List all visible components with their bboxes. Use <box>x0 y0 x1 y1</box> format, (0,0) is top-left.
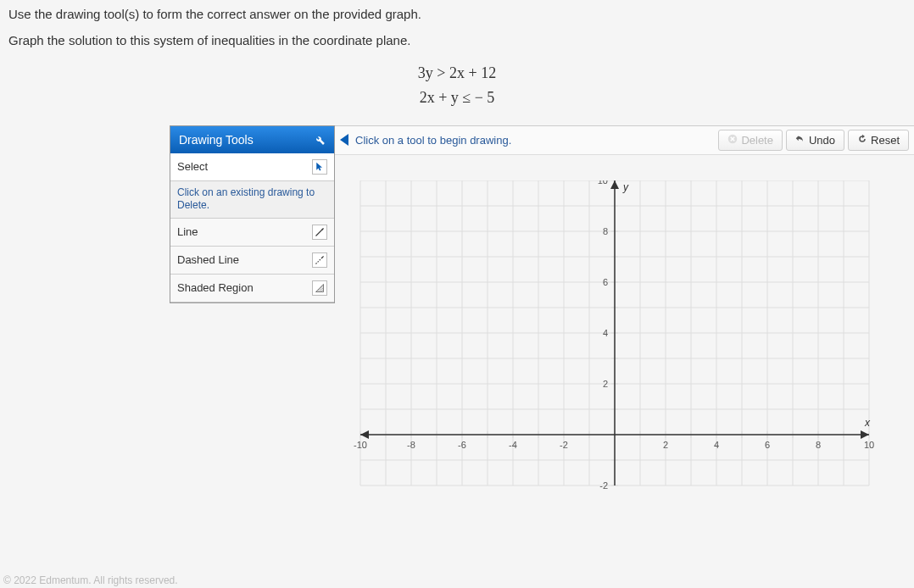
instruction-text: Use the drawing tool(s) to form the corr… <box>8 7 906 21</box>
svg-marker-76 <box>861 430 869 439</box>
graph-toolbar: Click on a tool to begin drawing. Delete… <box>335 126 914 155</box>
drawing-tools-panel: Drawing Tools Select Click on an existin… <box>170 125 335 303</box>
equation-2: 2x + y ≤ − 5 <box>8 86 906 110</box>
undo-label: Undo <box>809 134 835 147</box>
svg-text:6: 6 <box>603 277 608 287</box>
copyright-footer: © 2022 Edmentum. All rights reserved. <box>3 574 178 586</box>
tool-dashed-line[interactable]: Dashed Line <box>170 247 334 275</box>
tools-header: Drawing Tools <box>170 126 334 153</box>
svg-text:8: 8 <box>603 226 608 236</box>
svg-text:-6: -6 <box>458 440 466 450</box>
tick-labels: -10-8-6-4-2246810-2246810 <box>354 180 874 491</box>
svg-text:-8: -8 <box>407 440 415 450</box>
line-icon <box>312 225 327 240</box>
equation-1: 3y > 2x + 12 <box>8 61 906 86</box>
reset-button[interactable]: Reset <box>848 130 909 151</box>
svg-text:8: 8 <box>816 440 821 450</box>
undo-icon <box>795 134 805 147</box>
begin-drawing-hint: Click on a tool to begin drawing. <box>355 134 715 147</box>
tool-dashed-label: Dashed Line <box>177 253 239 266</box>
cursor-icon <box>312 159 327 175</box>
graph-area: Click on a tool to begin drawing. Delete… <box>335 125 914 519</box>
svg-text:-2: -2 <box>599 480 608 491</box>
tool-shaded-label: Shaded Region <box>177 281 254 294</box>
tool-line-label: Line <box>177 225 198 238</box>
svg-text:-10: -10 <box>354 440 367 450</box>
undo-button[interactable]: Undo <box>786 130 844 151</box>
svg-text:4: 4 <box>714 440 719 450</box>
svg-marker-5 <box>316 284 324 291</box>
svg-text:2: 2 <box>663 440 668 450</box>
equations-block: 3y > 2x + 12 2x + y ≤ − 5 <box>8 61 906 110</box>
svg-text:-4: -4 <box>509 440 517 450</box>
delete-icon <box>727 134 738 147</box>
delete-label: Delete <box>741 134 773 147</box>
svg-marker-79 <box>610 180 619 189</box>
tool-select-label: Select <box>177 160 208 173</box>
prompt-text: Graph the solution to this system of ine… <box>8 33 906 47</box>
tool-hint-delete: Click on an existing drawing to Delete. <box>170 181 334 219</box>
svg-text:10: 10 <box>598 180 608 186</box>
y-axis-label: y <box>622 181 629 193</box>
svg-text:-2: -2 <box>560 440 568 450</box>
wrench-icon <box>314 134 326 146</box>
reset-label: Reset <box>871 134 900 147</box>
tool-select[interactable]: Select <box>170 153 334 181</box>
x-axis-label: x <box>864 417 871 429</box>
svg-marker-77 <box>360 430 369 439</box>
shaded-region-icon <box>312 280 327 296</box>
svg-text:2: 2 <box>603 379 608 389</box>
delete-button[interactable]: Delete <box>718 130 783 151</box>
svg-text:10: 10 <box>864 440 874 450</box>
tools-header-label: Drawing Tools <box>179 133 254 147</box>
svg-text:6: 6 <box>765 440 770 450</box>
tool-line[interactable]: Line <box>170 219 334 247</box>
graph-canvas[interactable]: -10-8-6-4-2246810-2246810 x y <box>352 180 878 519</box>
tool-shaded-region[interactable]: Shaded Region <box>170 275 334 302</box>
arrow-left-icon <box>340 134 348 146</box>
reset-icon <box>857 134 867 147</box>
svg-text:4: 4 <box>603 328 608 338</box>
dashed-line-icon <box>312 252 327 268</box>
